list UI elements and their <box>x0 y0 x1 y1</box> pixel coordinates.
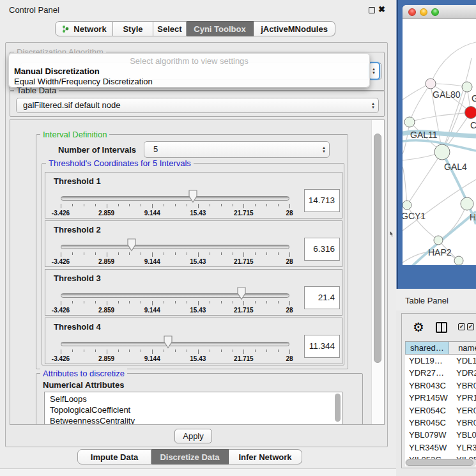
column-header-shared-name[interactable]: shared… <box>405 342 449 354</box>
panel-scrollbar[interactable] <box>371 120 384 424</box>
network-window-titlebar[interactable] <box>403 5 476 19</box>
network-node[interactable] <box>465 107 476 119</box>
slider-tick <box>141 252 141 255</box>
cell-name[interactable]: YPR145W <box>452 392 476 404</box>
tab-select[interactable]: Select <box>153 21 187 36</box>
slider-track[interactable] <box>61 196 289 201</box>
scrollbar-thumb[interactable] <box>374 134 381 363</box>
tab-infer-network[interactable]: Infer Network <box>229 449 302 464</box>
slider-track[interactable] <box>61 293 289 298</box>
cell-name[interactable]: YBR045C <box>452 417 476 429</box>
dropdown-prompt[interactable]: Select algorithm to view settings <box>9 56 369 66</box>
slider-tick <box>187 349 187 352</box>
network-edge[interactable] <box>410 84 431 122</box>
cell-shared-name[interactable]: YBL079W <box>405 429 452 441</box>
cell-name[interactable]: YDR27 <box>452 367 476 379</box>
slider-tick <box>61 252 61 257</box>
float-window-icon[interactable] <box>369 7 375 13</box>
network-edge[interactable] <box>431 84 467 87</box>
slider-thumb[interactable] <box>127 238 137 252</box>
slider-tick <box>187 204 187 206</box>
slider-tick-label: 9.144 <box>134 210 170 217</box>
cell-shared-name[interactable]: YLR345W <box>405 441 452 454</box>
attribute-item[interactable]: BetweennessCentrality <box>50 415 342 425</box>
network-node[interactable] <box>434 144 450 160</box>
dropdown-option-manual[interactable]: Manual Discretization <box>14 66 100 76</box>
close-icon[interactable]: ✖ <box>378 4 385 14</box>
table-row[interactable]: YDR27…YDR27 <box>405 367 476 379</box>
number-of-intervals-spinner[interactable]: 5 ▲▼ <box>144 141 330 158</box>
cell-shared-name[interactable]: YBR043C <box>405 380 452 392</box>
cell-shared-name[interactable]: YBR045C <box>405 417 452 429</box>
slider-tick <box>289 349 290 354</box>
threshold-value-field[interactable]: 11.344 <box>304 335 340 358</box>
minimize-traffic-light[interactable] <box>420 8 427 16</box>
table-row[interactable]: YBR045CYBR045C <box>405 417 476 429</box>
slider-tick <box>61 204 61 208</box>
threshold-panel: Threshold 1-3.4262.8599.14415.4321.71528… <box>45 172 342 219</box>
gear-icon[interactable]: ⚙ <box>413 319 424 335</box>
attribute-item[interactable]: SelfLoops <box>50 394 342 404</box>
network-node[interactable] <box>404 117 415 127</box>
close-traffic-light[interactable] <box>408 8 416 16</box>
network-node[interactable] <box>462 82 472 92</box>
list-scrollbar[interactable] <box>335 394 341 422</box>
cell-name[interactable]: YER054C <box>452 404 476 417</box>
table-row[interactable]: YDL19…YDL19 <box>405 355 476 367</box>
apply-button[interactable]: Apply <box>174 429 212 443</box>
network-edge[interactable] <box>442 58 472 152</box>
cyni-toolbox-panel: Discretization Algorithm ▲▼ Table Data g… <box>5 42 388 447</box>
cell-shared-name[interactable]: YDL19… <box>405 355 452 367</box>
slider-thumb[interactable] <box>188 190 198 203</box>
select-columns-icon[interactable]: ✓✓ <box>458 323 474 330</box>
attributes-list[interactable]: SelfLoopsTopologicalCoefficientBetweenne… <box>44 392 342 425</box>
tab-discretize-data[interactable]: Discretize Data <box>151 449 229 464</box>
scrollbar-thumb[interactable] <box>406 459 473 466</box>
network-node[interactable] <box>454 256 463 265</box>
network-edge[interactable] <box>407 152 442 205</box>
table-row[interactable]: YBL079WYBL079W <box>405 429 476 441</box>
network-node[interactable] <box>461 197 473 210</box>
tab-style[interactable]: Style <box>113 21 153 36</box>
network-canvas[interactable]: GAL80GACGAL11GAL4GCY1HAHAP2 <box>403 20 476 265</box>
cell-shared-name[interactable]: YPR145W <box>405 392 452 404</box>
cell-shared-name[interactable]: YER054C <box>405 404 452 417</box>
table-row[interactable]: YPR145WYPR145W <box>405 392 476 404</box>
zoom-traffic-light[interactable] <box>431 8 439 16</box>
network-edge[interactable] <box>410 112 471 122</box>
network-edge[interactable] <box>403 167 407 205</box>
slider-track[interactable] <box>61 245 289 249</box>
slider-track[interactable] <box>61 342 289 346</box>
dropdown-option-equal-width[interactable]: Equal Width/Frequency Discretization <box>14 77 153 86</box>
tab-impute-data[interactable]: Impute Data <box>77 449 151 464</box>
network-edge[interactable] <box>431 42 476 84</box>
cell-name[interactable]: YDL19 <box>452 355 476 367</box>
threshold-value-field[interactable]: 14.713 <box>304 189 340 212</box>
slider-tick-label: 9.144 <box>134 355 170 362</box>
attribute-item[interactable]: TopologicalCoefficient <box>50 404 342 415</box>
tab-jactivemnodules[interactable]: jActiveMNodules <box>254 21 335 36</box>
network-node[interactable] <box>434 236 443 245</box>
top-tabbar: NetworkStyleSelectCyni ToolboxjActiveMNo… <box>55 21 335 36</box>
threshold-value-field[interactable]: 21.4 <box>304 286 340 309</box>
table-row[interactable]: YBR043CYBR043C <box>405 380 476 392</box>
tab-cyni-toolbox[interactable]: Cyni Toolbox <box>187 21 254 36</box>
slider-thumb[interactable] <box>236 287 247 300</box>
tab-network[interactable]: Network <box>55 21 113 36</box>
table-row[interactable]: YER054CYER054C <box>405 404 476 417</box>
cell-name[interactable]: YBL079W <box>452 429 476 441</box>
network-node[interactable] <box>426 79 436 89</box>
threshold-value-field[interactable]: 6.316 <box>304 238 340 261</box>
table-row[interactable]: YLR345WYLR345W <box>405 441 476 454</box>
cell-shared-name[interactable]: YDR27… <box>405 367 452 379</box>
slider-thumb[interactable] <box>163 335 173 349</box>
slider-tick <box>107 252 107 257</box>
column-layout-icon[interactable] <box>436 322 447 333</box>
number-of-intervals-value: 5 <box>153 144 158 154</box>
cell-name[interactable]: YBR043C <box>452 380 476 392</box>
horizontal-scrollbar[interactable] <box>405 459 476 466</box>
network-node[interactable] <box>403 201 411 210</box>
table-data-combobox[interactable]: galFiltered.sif default node ▲▼ <box>16 98 379 113</box>
column-header-name[interactable]: name <box>449 342 476 354</box>
cell-name[interactable]: YLR345W <box>452 441 476 454</box>
